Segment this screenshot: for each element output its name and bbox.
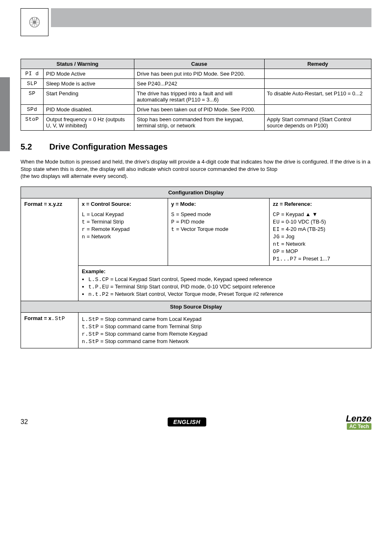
section-paragraph: When the Mode button is pressed and held… (21, 158, 371, 180)
page-footer: 32 ENGLISH Lenze AC Tech (21, 414, 371, 430)
col-status-warning: Status / Warning (21, 59, 134, 69)
table-row: SLP Sleep Mode is active See P240...P242 (21, 79, 371, 89)
config-display-header: Configuration Display (21, 187, 371, 198)
table-row: StoP Output frequency = 0 Hz (outputs U,… (21, 115, 371, 131)
example-cell: Example: L.S.CP = Local Keypad Start con… (78, 265, 371, 301)
col-cause: Cause (134, 59, 265, 69)
stop-source-header: Stop Source Display (21, 301, 371, 312)
brand-logo: Lenze AC Tech (346, 414, 371, 430)
section-tab (0, 77, 10, 151)
col-remedy: Remedy (264, 59, 371, 69)
x-header: x = Control Source: (82, 201, 164, 207)
language-badge: ENGLISH (168, 417, 206, 426)
configuration-display-table: Configuration Display Format = x.y.zz x … (21, 187, 371, 348)
table-row: SP Start Pending The drive has tripped i… (21, 89, 371, 105)
z-header: zz = Reference: (273, 201, 368, 207)
y-header: y = Mode: (171, 201, 266, 207)
table-row: PI d PID Mode Active Drive has been put … (21, 69, 371, 79)
stop-format-label: Format = x.StP (21, 312, 78, 348)
section-heading: 5.2Drive Configuration Messages (21, 142, 371, 152)
troubleshooting-icon (21, 8, 48, 36)
stop-items-cell: L.StP = Stop command came from Local Key… (78, 312, 371, 348)
format-label: Format = x.y.zz (21, 198, 78, 301)
table-row: SPd PID Mode disabled. Drive has been ta… (21, 105, 371, 115)
status-warning-table: Status / Warning Cause Remedy PI d PID M… (21, 59, 371, 131)
page-number: 32 (21, 418, 28, 426)
header-bar (21, 8, 371, 36)
